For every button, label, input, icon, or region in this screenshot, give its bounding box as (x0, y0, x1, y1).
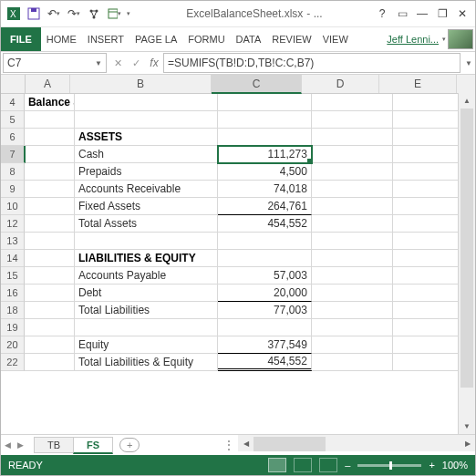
ribbon-display-options-icon[interactable]: ▭ (393, 7, 411, 20)
qat-icon-1[interactable] (87, 6, 101, 21)
redo-icon[interactable]: ↷▾ (67, 6, 81, 21)
cell[interactable] (312, 267, 394, 285)
page-break-view-icon[interactable] (319, 458, 337, 472)
table-row[interactable]: 4Balance Sheet (1, 94, 475, 111)
row-header[interactable]: 19 (1, 319, 25, 336)
cell[interactable]: 111,273 (218, 146, 312, 163)
table-row[interactable]: 6ASSETS (1, 129, 475, 146)
restore-icon[interactable]: ❐ (433, 7, 451, 20)
cell[interactable] (25, 302, 75, 319)
page-layout-view-icon[interactable] (294, 458, 312, 472)
table-row[interactable]: 15Accounts Payable57,003 (1, 267, 475, 285)
save-icon[interactable] (26, 6, 41, 21)
cell[interactable]: Total Liabilities (75, 302, 218, 319)
cell[interactable] (312, 163, 394, 181)
tabs-splitter[interactable]: ⋮ (223, 439, 234, 451)
sheet-tab-fs[interactable]: FS (73, 437, 113, 454)
help-icon[interactable]: ? (373, 7, 391, 20)
cell[interactable]: ASSETS (75, 129, 218, 146)
grid[interactable]: A B C D E 4Balance Sheet56ASSETS7Cash111… (1, 75, 475, 434)
table-row[interactable]: 19 (1, 319, 475, 336)
row-header[interactable]: 5 (1, 111, 25, 129)
cell[interactable] (218, 129, 312, 146)
horizontal-scroll-thumb[interactable] (254, 437, 326, 451)
chevron-down-icon[interactable]: ▼ (91, 59, 106, 67)
table-row[interactable]: 22Total Liabilities & Equity454,552 (1, 354, 475, 371)
file-tab[interactable]: FILE (1, 27, 41, 51)
cell[interactable] (25, 319, 75, 336)
cell[interactable] (25, 354, 75, 371)
row-header[interactable]: 20 (1, 336, 25, 354)
table-row[interactable]: 20Equity377,549 (1, 336, 475, 354)
zoom-out-icon[interactable]: – (345, 460, 350, 471)
cell[interactable]: 74,018 (218, 181, 312, 198)
cell[interactable] (218, 250, 312, 267)
row-header[interactable]: 6 (1, 129, 25, 146)
row-header[interactable]: 13 (1, 233, 25, 250)
cell[interactable] (25, 163, 75, 181)
scroll-right-icon[interactable]: ▶ (460, 435, 475, 451)
cell[interactable]: Debt (75, 285, 218, 302)
tab-view[interactable]: VIEW (317, 27, 354, 51)
cell[interactable]: 4,500 (218, 163, 312, 181)
row-header[interactable]: 15 (1, 267, 25, 285)
cell[interactable] (75, 233, 218, 250)
cell[interactable] (25, 285, 75, 302)
cell[interactable] (25, 215, 75, 233)
row-header[interactable]: 22 (1, 354, 25, 371)
cell[interactable] (312, 198, 394, 215)
cell[interactable]: LIABILITIES & EQUITY (75, 250, 218, 267)
cell[interactable]: Fixed Assets (75, 198, 218, 215)
sheet-nav-next-icon[interactable]: ▶ (14, 440, 26, 450)
close-icon[interactable]: ✕ (453, 7, 471, 20)
minimize-icon[interactable]: — (413, 7, 431, 20)
table-row[interactable]: 13 (1, 233, 475, 250)
cell[interactable] (25, 181, 75, 198)
user-avatar[interactable] (448, 29, 473, 49)
cell[interactable] (312, 250, 394, 267)
cell[interactable] (25, 111, 75, 129)
col-C[interactable]: C (212, 75, 302, 94)
col-D[interactable]: D (302, 75, 379, 93)
cell[interactable] (218, 233, 312, 250)
scroll-up-icon[interactable]: ▲ (459, 93, 475, 109)
row-header[interactable]: 4 (1, 94, 25, 111)
tab-insert[interactable]: INSERT (82, 27, 129, 51)
cell[interactable] (25, 336, 75, 354)
sheet-nav-prev-icon[interactable]: ◀ (1, 440, 14, 450)
horizontal-scrollbar[interactable]: ◀ ▶ (238, 434, 475, 451)
cell[interactable] (25, 146, 75, 163)
user-name[interactable]: Jeff Lenni... (383, 27, 442, 51)
cell[interactable]: Total Liabilities & Equity (75, 354, 218, 371)
cell[interactable] (312, 111, 394, 129)
scroll-down-icon[interactable]: ▼ (459, 419, 475, 434)
tab-review[interactable]: REVIEW (266, 27, 316, 51)
cell[interactable] (25, 129, 75, 146)
undo-icon[interactable]: ↶▾ (47, 6, 61, 21)
expand-formula-icon[interactable]: ▼ (462, 59, 475, 67)
cell[interactable] (218, 94, 312, 111)
table-row[interactable]: 10Fixed Assets264,761 (1, 198, 475, 215)
tab-pagelayout[interactable]: PAGE LA (129, 27, 182, 51)
row-header[interactable]: 9 (1, 181, 25, 198)
new-sheet-icon[interactable]: + (119, 438, 140, 452)
cell[interactable] (25, 233, 75, 250)
row-header[interactable]: 10 (1, 198, 25, 215)
cell[interactable]: Cash (75, 146, 218, 163)
cell[interactable] (312, 285, 394, 302)
cell[interactable] (312, 215, 394, 233)
zoom-slider[interactable] (357, 464, 421, 467)
sheet-tab-tb[interactable]: TB (34, 437, 74, 453)
cell[interactable]: Equity (75, 336, 218, 354)
tab-formulas[interactable]: FORMU (182, 27, 230, 51)
name-box[interactable]: C7 ▼ (3, 53, 107, 73)
fx-icon[interactable]: fx (145, 57, 163, 69)
zoom-in-icon[interactable]: + (429, 460, 434, 471)
cell[interactable]: Accounts Payable (75, 267, 218, 285)
cell[interactable] (312, 94, 394, 111)
cell[interactable]: Balance Sheet (25, 94, 75, 111)
cell[interactable]: 77,003 (218, 301, 312, 319)
cell[interactable] (25, 250, 75, 267)
cell[interactable]: Accounts Receivable (75, 181, 218, 198)
cell[interactable] (312, 302, 394, 319)
